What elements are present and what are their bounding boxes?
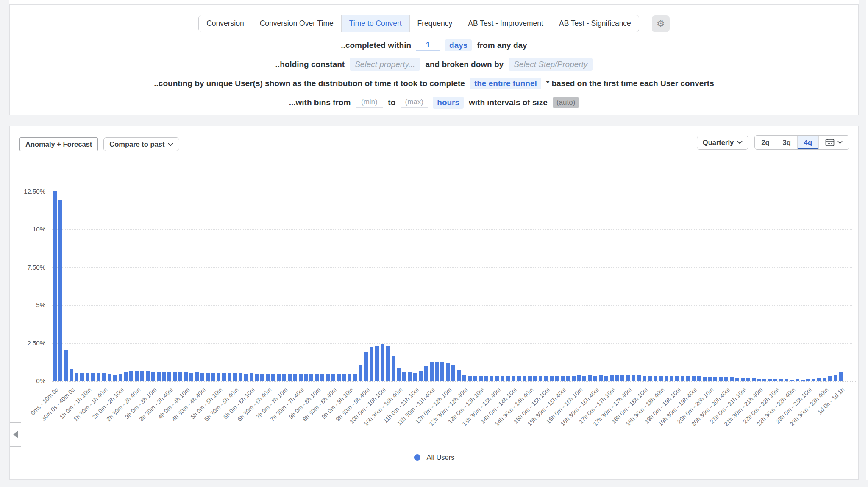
histogram-bar[interactable] — [670, 376, 673, 381]
histogram-bar[interactable] — [812, 379, 815, 381]
histogram-bar[interactable] — [446, 363, 450, 381]
histogram-bar[interactable] — [211, 373, 215, 381]
histogram-bar[interactable] — [566, 376, 570, 381]
within-value-input[interactable]: 1 — [416, 39, 440, 51]
histogram-bar[interactable] — [632, 375, 635, 381]
histogram-bar[interactable] — [593, 376, 597, 381]
histogram-bar[interactable] — [200, 373, 204, 381]
histogram-bar[interactable] — [582, 376, 586, 381]
tab-conversion-over-time[interactable]: Conversion Over Time — [252, 15, 341, 32]
histogram-bar[interactable] — [167, 372, 171, 381]
histogram-bar[interactable] — [97, 373, 100, 381]
histogram-bar[interactable] — [817, 378, 821, 381]
histogram-bar[interactable] — [353, 374, 357, 381]
histogram-bar[interactable] — [626, 375, 630, 381]
histogram-bar[interactable] — [686, 376, 690, 381]
histogram-bar[interactable] — [544, 376, 548, 381]
histogram-bar[interactable] — [140, 371, 144, 381]
histogram-bar[interactable] — [195, 372, 199, 381]
histogram-bar[interactable] — [654, 376, 657, 381]
histogram-bar[interactable] — [309, 374, 313, 381]
histogram-bar[interactable] — [724, 377, 728, 381]
histogram-bar[interactable] — [796, 379, 799, 381]
histogram-bar[interactable] — [293, 374, 297, 381]
histogram-bar[interactable] — [119, 374, 122, 381]
histogram-bar[interactable] — [359, 365, 362, 381]
histogram-bar[interactable] — [637, 375, 641, 381]
histogram-bar[interactable] — [53, 191, 57, 381]
histogram-bar[interactable] — [244, 374, 248, 381]
histogram-bar[interactable] — [730, 377, 734, 381]
histogram-bar[interactable] — [413, 373, 417, 381]
histogram-bar[interactable] — [610, 375, 614, 381]
histogram-bar[interactable] — [58, 200, 62, 381]
histogram-bar[interactable] — [435, 362, 439, 381]
histogram-bar[interactable] — [408, 372, 412, 381]
funnel-scope-dropdown[interactable]: the entire funnel — [470, 78, 541, 89]
histogram-bar[interactable] — [381, 344, 384, 381]
histogram-bar[interactable] — [708, 377, 712, 381]
collapse-panel-handle[interactable] — [10, 422, 21, 447]
histogram-bar[interactable] — [129, 371, 133, 381]
select-property-input[interactable]: Select property... — [350, 58, 420, 71]
histogram-bar[interactable] — [375, 346, 379, 381]
histogram-bar[interactable] — [320, 374, 324, 381]
histogram-bar[interactable] — [162, 372, 166, 381]
histogram-bar[interactable] — [746, 378, 750, 381]
histogram-bar[interactable] — [539, 376, 542, 381]
histogram-bar[interactable] — [184, 372, 188, 381]
histogram-bar[interactable] — [768, 379, 772, 381]
histogram-bar[interactable] — [299, 374, 303, 381]
histogram-bar[interactable] — [277, 374, 281, 381]
histogram-bar[interactable] — [146, 371, 150, 381]
histogram-bar[interactable] — [440, 362, 444, 381]
histogram-bar[interactable] — [468, 376, 472, 381]
histogram-bar[interactable] — [604, 376, 608, 381]
histogram-bar[interactable] — [326, 374, 330, 381]
histogram-bar[interactable] — [364, 352, 368, 381]
histogram-bar[interactable] — [523, 376, 526, 381]
histogram-bar[interactable] — [572, 376, 576, 381]
histogram-bar[interactable] — [834, 375, 837, 381]
histogram-bar[interactable] — [348, 374, 351, 381]
histogram-bar[interactable] — [424, 366, 428, 381]
histogram-bar[interactable] — [517, 376, 521, 381]
histogram-bar[interactable] — [692, 376, 696, 381]
histogram-bar[interactable] — [255, 374, 259, 381]
histogram-bar[interactable] — [315, 374, 319, 381]
histogram-bar[interactable] — [473, 376, 477, 381]
histogram-bar[interactable] — [495, 376, 499, 381]
histogram-bar[interactable] — [643, 376, 646, 381]
histogram-bar[interactable] — [506, 376, 510, 381]
histogram-bar[interactable] — [288, 374, 292, 381]
histogram-bar[interactable] — [157, 372, 161, 381]
histogram-bar[interactable] — [735, 378, 739, 381]
histogram-bar[interactable] — [64, 350, 68, 381]
histogram-bar[interactable] — [282, 374, 286, 381]
bin-size-auto-input[interactable]: (auto) — [553, 97, 579, 108]
histogram-bar[interactable] — [779, 379, 783, 381]
tab-time-to-convert[interactable]: Time to Convert — [341, 15, 409, 32]
histogram-bar[interactable] — [665, 376, 668, 381]
histogram-bar[interactable] — [419, 371, 423, 381]
histogram-bar[interactable] — [342, 374, 346, 381]
histogram-bar[interactable] — [490, 376, 493, 381]
histogram-bar[interactable] — [528, 376, 532, 381]
histogram-bar[interactable] — [697, 376, 701, 381]
histogram-bar[interactable] — [451, 365, 455, 381]
histogram-bar[interactable] — [801, 380, 805, 381]
tab-ab-test-improvement[interactable]: AB Test - Improvement — [460, 15, 551, 32]
tab-ab-test-significance[interactable]: AB Test - Significance — [551, 15, 639, 32]
tab-conversion[interactable]: Conversion — [199, 15, 252, 32]
bin-min-input[interactable]: (min) — [356, 97, 383, 108]
histogram-bar[interactable] — [681, 376, 684, 381]
histogram-bar[interactable] — [217, 373, 220, 381]
histogram-bar[interactable] — [773, 379, 777, 381]
histogram-bar[interactable] — [703, 377, 707, 381]
histogram-bar[interactable] — [561, 376, 565, 381]
histogram-bar[interactable] — [790, 380, 794, 381]
histogram-bar[interactable] — [615, 375, 619, 381]
histogram-bar[interactable] — [762, 379, 766, 381]
histogram-bar[interactable] — [659, 376, 663, 381]
histogram-bar[interactable] — [250, 373, 253, 381]
